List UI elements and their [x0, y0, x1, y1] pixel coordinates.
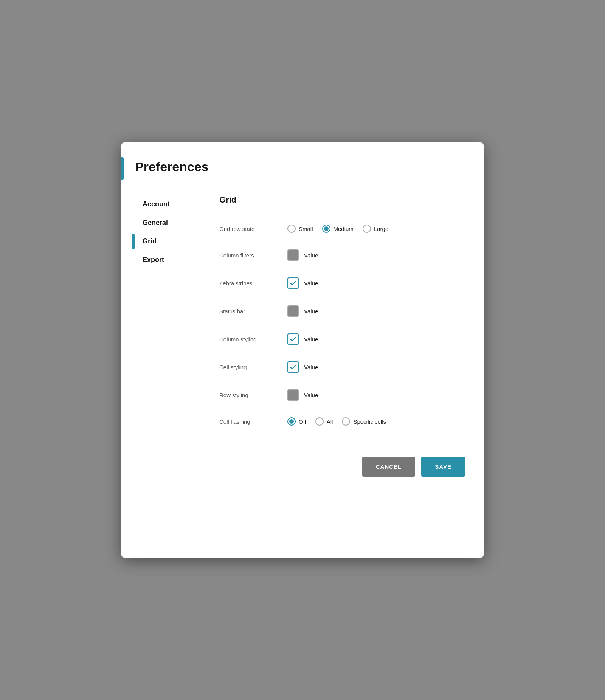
checkbox-wrap-zebra-stripes[interactable]: Value — [287, 277, 318, 289]
radio-label-all: All — [327, 418, 333, 425]
radio-circle-all — [315, 417, 324, 426]
title-bar: Preferences — [121, 142, 484, 187]
radio-circle-medium — [322, 225, 330, 233]
sidebar-item-general[interactable]: General — [143, 214, 200, 232]
settings-row-cell-flashing: Cell flashingOffAllSpecific cells — [219, 409, 465, 434]
settings-label-column-styling: Column styling — [219, 336, 287, 342]
title-accent — [121, 157, 124, 180]
radio-group-grid-row-state: SmallMediumLarge — [287, 225, 388, 233]
radio-option-specific[interactable]: Specific cells — [342, 417, 386, 426]
settings-row-column-filters: Column filtersValue — [219, 241, 465, 269]
checkbox-wrap-row-styling[interactable]: Value — [287, 389, 318, 401]
checkbox-value-zebra-stripes: Value — [304, 280, 318, 287]
radio-group-cell-flashing: OffAllSpecific cells — [287, 417, 386, 426]
radio-circle-specific — [342, 417, 350, 426]
sidebar-item-account[interactable]: Account — [143, 195, 200, 214]
radio-label-medium: Medium — [334, 226, 354, 232]
settings-control-column-styling: Value — [287, 333, 318, 345]
settings-label-row-styling: Row styling — [219, 392, 287, 398]
checkbox-box-zebra-stripes — [287, 277, 299, 289]
settings-row-grid-row-state: Grid row stateSmallMediumLarge — [219, 216, 465, 241]
radio-circle-small — [287, 225, 296, 233]
checkbox-box-column-filters — [287, 249, 299, 261]
checkbox-wrap-column-filters[interactable]: Value — [287, 249, 318, 261]
checkbox-value-row-styling: Value — [304, 392, 318, 398]
settings-control-column-filters: Value — [287, 249, 318, 261]
dialog-body: AccountGeneralGridExport Grid Grid row s… — [121, 187, 484, 434]
radio-label-off: Off — [299, 418, 306, 425]
checkbox-wrap-cell-styling[interactable]: Value — [287, 361, 318, 373]
settings-row-column-styling: Column styling Value — [219, 325, 465, 353]
radio-circle-large — [363, 225, 371, 233]
settings-row-status-bar: Status barValue — [219, 297, 465, 325]
radio-option-medium[interactable]: Medium — [322, 225, 354, 233]
settings-control-grid-row-state: SmallMediumLarge — [287, 225, 388, 233]
sidebar-item-export[interactable]: Export — [143, 251, 200, 269]
dialog-footer: CANCEL SAVE — [121, 441, 484, 492]
checkbox-box-row-styling — [287, 389, 299, 401]
settings-label-cell-styling: Cell styling — [219, 364, 287, 370]
checkbox-wrap-status-bar[interactable]: Value — [287, 305, 318, 317]
settings-control-cell-styling: Value — [287, 361, 318, 373]
checkbox-value-status-bar: Value — [304, 308, 318, 314]
radio-label-specific: Specific cells — [353, 418, 386, 425]
sidebar-item-grid[interactable]: Grid — [143, 232, 200, 251]
settings-row-zebra-stripes: Zebra stripes Value — [219, 269, 465, 297]
settings-label-grid-row-state: Grid row state — [219, 226, 287, 232]
section-title: Grid — [219, 195, 465, 205]
checkbox-box-status-bar — [287, 305, 299, 317]
settings-label-cell-flashing: Cell flashing — [219, 418, 287, 425]
checkbox-box-cell-styling — [287, 361, 299, 373]
settings-row-cell-styling: Cell styling Value — [219, 353, 465, 381]
settings-row-row-styling: Row stylingValue — [219, 381, 465, 409]
radio-option-large[interactable]: Large — [363, 225, 388, 233]
content-area: Grid Grid row stateSmallMediumLargeColum… — [200, 195, 484, 434]
radio-label-small: Small — [299, 226, 313, 232]
sidebar: AccountGeneralGridExport — [121, 195, 200, 434]
checkbox-box-column-styling — [287, 333, 299, 345]
checkbox-wrap-column-styling[interactable]: Value — [287, 333, 318, 345]
settings-control-status-bar: Value — [287, 305, 318, 317]
cancel-button[interactable]: CANCEL — [362, 457, 416, 477]
radio-option-all[interactable]: All — [315, 417, 333, 426]
radio-option-small[interactable]: Small — [287, 225, 313, 233]
preferences-dialog: Preferences AccountGeneralGridExport Gri… — [121, 142, 484, 558]
dialog-title: Preferences — [135, 157, 209, 180]
settings-label-column-filters: Column filters — [219, 252, 287, 259]
checkbox-value-column-filters: Value — [304, 252, 318, 259]
checkbox-value-cell-styling: Value — [304, 364, 318, 370]
checkbox-value-column-styling: Value — [304, 336, 318, 342]
settings-control-row-styling: Value — [287, 389, 318, 401]
settings-control-cell-flashing: OffAllSpecific cells — [287, 417, 386, 426]
radio-circle-off — [287, 417, 296, 426]
settings-label-zebra-stripes: Zebra stripes — [219, 280, 287, 287]
save-button[interactable]: SAVE — [421, 457, 465, 477]
radio-label-large: Large — [374, 226, 388, 232]
settings-control-zebra-stripes: Value — [287, 277, 318, 289]
settings-label-status-bar: Status bar — [219, 308, 287, 314]
radio-option-off[interactable]: Off — [287, 417, 306, 426]
